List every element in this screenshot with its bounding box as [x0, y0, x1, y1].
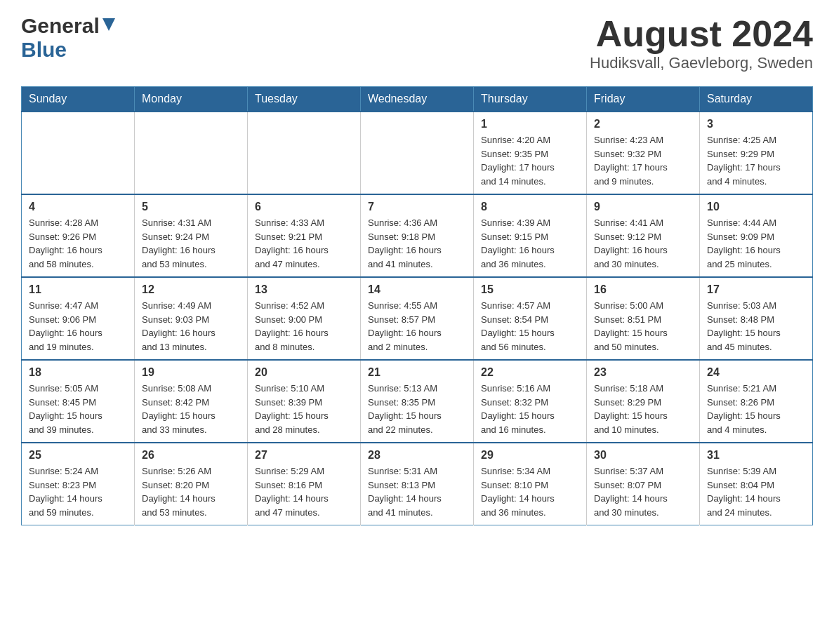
day-info: Sunrise: 4:52 AM Sunset: 9:00 PM Dayligh…: [255, 299, 353, 354]
day-number: 14: [368, 283, 466, 296]
calendar-day: 20Sunrise: 5:10 AM Sunset: 8:39 PM Dayli…: [248, 360, 361, 443]
day-number: 16: [594, 283, 692, 296]
day-info: Sunrise: 4:41 AM Sunset: 9:12 PM Dayligh…: [594, 216, 692, 271]
calendar-day: 22Sunrise: 5:16 AM Sunset: 8:32 PM Dayli…: [474, 360, 587, 443]
calendar-day: 2Sunrise: 4:23 AM Sunset: 9:32 PM Daylig…: [587, 112, 700, 194]
title-block: August 2024 Hudiksvall, Gaevleborg, Swed…: [590, 14, 813, 72]
calendar-header-row: SundayMondayTuesdayWednesdayThursdayFrid…: [22, 87, 813, 112]
day-number: 15: [481, 283, 579, 296]
day-number: 9: [594, 201, 692, 213]
day-info: Sunrise: 5:00 AM Sunset: 8:51 PM Dayligh…: [594, 299, 692, 354]
day-number: 4: [29, 201, 127, 213]
calendar-header-friday: Friday: [587, 87, 700, 112]
calendar-header-sunday: Sunday: [22, 87, 135, 112]
day-number: 27: [255, 449, 353, 462]
day-info: Sunrise: 4:28 AM Sunset: 9:26 PM Dayligh…: [29, 216, 127, 271]
day-info: Sunrise: 4:49 AM Sunset: 9:03 PM Dayligh…: [142, 299, 240, 354]
calendar-day: [22, 112, 135, 194]
calendar-header-thursday: Thursday: [474, 87, 587, 112]
svg-marker-0: [102, 18, 115, 31]
day-info: Sunrise: 4:55 AM Sunset: 8:57 PM Dayligh…: [368, 299, 466, 354]
calendar-day: [248, 112, 361, 194]
calendar-day: 16Sunrise: 5:00 AM Sunset: 8:51 PM Dayli…: [587, 277, 700, 360]
calendar-day: 12Sunrise: 4:49 AM Sunset: 9:03 PM Dayli…: [135, 277, 248, 360]
day-number: 31: [707, 449, 805, 462]
calendar-day: 15Sunrise: 4:57 AM Sunset: 8:54 PM Dayli…: [474, 277, 587, 360]
calendar-day: 9Sunrise: 4:41 AM Sunset: 9:12 PM Daylig…: [587, 194, 700, 277]
calendar-day: [135, 112, 248, 194]
day-info: Sunrise: 5:13 AM Sunset: 8:35 PM Dayligh…: [368, 382, 466, 436]
calendar-header-monday: Monday: [135, 87, 248, 112]
day-number: 1: [481, 118, 579, 130]
calendar-day: 14Sunrise: 4:55 AM Sunset: 8:57 PM Dayli…: [361, 277, 474, 360]
day-number: 24: [707, 366, 805, 379]
day-info: Sunrise: 5:18 AM Sunset: 8:29 PM Dayligh…: [594, 382, 692, 436]
calendar-day: [361, 112, 474, 194]
calendar-day: 31Sunrise: 5:39 AM Sunset: 8:04 PM Dayli…: [700, 443, 813, 525]
page-title: August 2024: [590, 14, 813, 54]
day-number: 26: [142, 449, 240, 462]
day-number: 12: [142, 283, 240, 296]
day-info: Sunrise: 5:16 AM Sunset: 8:32 PM Dayligh…: [481, 382, 579, 436]
calendar-week-3: 11Sunrise: 4:47 AM Sunset: 9:06 PM Dayli…: [22, 277, 813, 360]
day-info: Sunrise: 4:33 AM Sunset: 9:21 PM Dayligh…: [255, 216, 353, 271]
calendar-header-saturday: Saturday: [700, 87, 813, 112]
day-number: 29: [481, 449, 579, 462]
day-number: 17: [707, 283, 805, 296]
day-info: Sunrise: 5:37 AM Sunset: 8:07 PM Dayligh…: [594, 464, 692, 519]
calendar-week-5: 25Sunrise: 5:24 AM Sunset: 8:23 PM Dayli…: [22, 443, 813, 525]
calendar-day: 19Sunrise: 5:08 AM Sunset: 8:42 PM Dayli…: [135, 360, 248, 443]
day-info: Sunrise: 5:29 AM Sunset: 8:16 PM Dayligh…: [255, 464, 353, 519]
calendar-day: 24Sunrise: 5:21 AM Sunset: 8:26 PM Dayli…: [700, 360, 813, 443]
calendar-week-4: 18Sunrise: 5:05 AM Sunset: 8:45 PM Dayli…: [22, 360, 813, 443]
calendar-day: 17Sunrise: 5:03 AM Sunset: 8:48 PM Dayli…: [700, 277, 813, 360]
calendar-day: 8Sunrise: 4:39 AM Sunset: 9:15 PM Daylig…: [474, 194, 587, 277]
day-number: 10: [707, 201, 805, 213]
day-info: Sunrise: 5:24 AM Sunset: 8:23 PM Dayligh…: [29, 464, 127, 519]
calendar-week-1: 1Sunrise: 4:20 AM Sunset: 9:35 PM Daylig…: [22, 112, 813, 194]
calendar-day: 5Sunrise: 4:31 AM Sunset: 9:24 PM Daylig…: [135, 194, 248, 277]
logo-blue-text: Blue: [21, 38, 67, 62]
day-number: 5: [142, 201, 240, 213]
day-info: Sunrise: 5:10 AM Sunset: 8:39 PM Dayligh…: [255, 382, 353, 436]
calendar-day: 6Sunrise: 4:33 AM Sunset: 9:21 PM Daylig…: [248, 194, 361, 277]
day-number: 6: [255, 201, 353, 213]
logo-general-text: General: [21, 14, 100, 38]
calendar-day: 13Sunrise: 4:52 AM Sunset: 9:00 PM Dayli…: [248, 277, 361, 360]
day-number: 18: [29, 366, 127, 379]
day-number: 7: [368, 201, 466, 213]
day-info: Sunrise: 4:36 AM Sunset: 9:18 PM Dayligh…: [368, 216, 466, 271]
page-subtitle: Hudiksvall, Gaevleborg, Sweden: [590, 54, 813, 72]
logo-general: General: [21, 14, 115, 38]
day-info: Sunrise: 5:31 AM Sunset: 8:13 PM Dayligh…: [368, 464, 466, 519]
calendar-day: 7Sunrise: 4:36 AM Sunset: 9:18 PM Daylig…: [361, 194, 474, 277]
calendar-day: 11Sunrise: 4:47 AM Sunset: 9:06 PM Dayli…: [22, 277, 135, 360]
day-number: 19: [142, 366, 240, 379]
day-number: 11: [29, 283, 127, 296]
day-number: 22: [481, 366, 579, 379]
calendar-day: 18Sunrise: 5:05 AM Sunset: 8:45 PM Dayli…: [22, 360, 135, 443]
logo-triangle-icon: [102, 18, 115, 34]
day-info: Sunrise: 5:05 AM Sunset: 8:45 PM Dayligh…: [29, 382, 127, 436]
day-info: Sunrise: 4:47 AM Sunset: 9:06 PM Dayligh…: [29, 299, 127, 354]
day-number: 25: [29, 449, 127, 462]
calendar-day: 30Sunrise: 5:37 AM Sunset: 8:07 PM Dayli…: [587, 443, 700, 525]
calendar-day: 3Sunrise: 4:25 AM Sunset: 9:29 PM Daylig…: [700, 112, 813, 194]
day-info: Sunrise: 4:31 AM Sunset: 9:24 PM Dayligh…: [142, 216, 240, 271]
day-number: 30: [594, 449, 692, 462]
calendar-day: 4Sunrise: 4:28 AM Sunset: 9:26 PM Daylig…: [22, 194, 135, 277]
day-info: Sunrise: 4:44 AM Sunset: 9:09 PM Dayligh…: [707, 216, 805, 271]
day-info: Sunrise: 4:23 AM Sunset: 9:32 PM Dayligh…: [594, 133, 692, 188]
calendar-day: 10Sunrise: 4:44 AM Sunset: 9:09 PM Dayli…: [700, 194, 813, 277]
calendar-day: 1Sunrise: 4:20 AM Sunset: 9:35 PM Daylig…: [474, 112, 587, 194]
day-info: Sunrise: 5:26 AM Sunset: 8:20 PM Dayligh…: [142, 464, 240, 519]
day-info: Sunrise: 4:25 AM Sunset: 9:29 PM Dayligh…: [707, 133, 805, 188]
page-header: General Blue August 2024 Hudiksvall, Gae…: [21, 14, 813, 72]
calendar-day: 29Sunrise: 5:34 AM Sunset: 8:10 PM Dayli…: [474, 443, 587, 525]
calendar-week-2: 4Sunrise: 4:28 AM Sunset: 9:26 PM Daylig…: [22, 194, 813, 277]
calendar-day: 28Sunrise: 5:31 AM Sunset: 8:13 PM Dayli…: [361, 443, 474, 525]
day-number: 13: [255, 283, 353, 296]
day-info: Sunrise: 5:03 AM Sunset: 8:48 PM Dayligh…: [707, 299, 805, 354]
calendar-day: 25Sunrise: 5:24 AM Sunset: 8:23 PM Dayli…: [22, 443, 135, 525]
day-info: Sunrise: 5:08 AM Sunset: 8:42 PM Dayligh…: [142, 382, 240, 436]
